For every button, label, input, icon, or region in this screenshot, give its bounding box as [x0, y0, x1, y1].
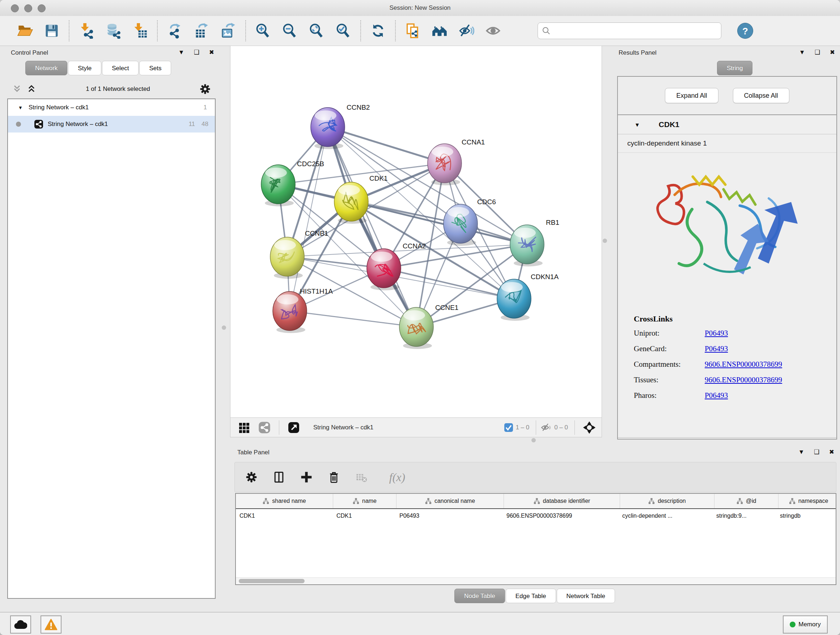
- gear-icon[interactable]: [199, 83, 211, 95]
- tab-edge-table[interactable]: Edge Table: [506, 589, 556, 603]
- import-table-button[interactable]: [132, 22, 148, 39]
- table-panel-close-icon[interactable]: ✖: [829, 448, 834, 456]
- grid-view-icon[interactable]: [237, 420, 251, 435]
- results-panel-close-icon[interactable]: ✖: [830, 49, 835, 56]
- delete-table-icon[interactable]: [354, 469, 369, 485]
- export-table-button[interactable]: [193, 22, 210, 39]
- column-header-@id[interactable]: @id: [714, 494, 778, 508]
- warnings-button[interactable]: [41, 616, 62, 633]
- results-panel-float-icon[interactable]: ❑: [815, 49, 820, 56]
- search-field[interactable]: [538, 22, 722, 39]
- open-in-new-window-icon[interactable]: [286, 420, 301, 435]
- network-edge[interactable]: [384, 268, 514, 299]
- control-panel-float-icon[interactable]: ❑: [194, 49, 199, 56]
- network-node-ccne1[interactable]: CCNE1: [399, 304, 458, 349]
- right-splitter-handle[interactable]: [603, 239, 607, 243]
- export-image-button[interactable]: [220, 22, 237, 39]
- tab-select[interactable]: Select: [102, 61, 139, 75]
- zoom-fit-button[interactable]: [308, 22, 325, 39]
- show-button[interactable]: [485, 22, 501, 39]
- show-columns-icon[interactable]: [271, 469, 287, 485]
- string-view-icon[interactable]: [257, 420, 272, 435]
- left-splitter-handle[interactable]: [222, 325, 226, 330]
- search-input[interactable]: [551, 27, 717, 35]
- save-session-button[interactable]: [43, 22, 60, 39]
- control-panel-menu-icon[interactable]: ▼: [178, 49, 185, 56]
- table-horizontal-scrollbar[interactable]: [236, 578, 836, 584]
- network-node-rb1[interactable]: RB1: [510, 219, 559, 266]
- network-node-ccnb2[interactable]: CCNB2: [311, 103, 370, 149]
- column-header-name[interactable]: name: [333, 494, 396, 508]
- cloud-button[interactable]: [10, 616, 31, 633]
- table-cell[interactable]: CDK1: [236, 509, 333, 524]
- network-edge[interactable]: [328, 127, 445, 163]
- import-network-from-database-button[interactable]: [105, 22, 122, 39]
- crosslink-link[interactable]: 9606.ENSP00000378699: [705, 375, 782, 385]
- hidden-eye-icon[interactable]: [540, 422, 552, 433]
- gene-header-row[interactable]: ▼ CDK1: [618, 115, 836, 134]
- network-edge[interactable]: [290, 311, 416, 327]
- import-network-button[interactable]: [78, 22, 95, 39]
- network-canvas[interactable]: CCNB2CCNA1CDC25BCDK1CDC6RB1CCNB1CCNA2CDK…: [231, 46, 602, 417]
- network-node-ccna1[interactable]: CCNA1: [428, 138, 485, 185]
- network-node-cdk1[interactable]: CDK1: [334, 174, 388, 224]
- tab-node-table[interactable]: Node Table: [454, 589, 505, 603]
- collapse-all-button[interactable]: Collapse All: [733, 88, 789, 103]
- function-builder-icon[interactable]: f(x): [381, 469, 414, 485]
- zoom-selected-button[interactable]: [335, 22, 352, 39]
- clone-network-button[interactable]: [404, 22, 421, 39]
- control-panel-close-icon[interactable]: ✖: [209, 49, 214, 56]
- string-settings-button[interactable]: [431, 22, 448, 39]
- table-cell[interactable]: 9606.ENSP00000378699: [503, 509, 619, 524]
- gene-collapse-triangle-icon[interactable]: ▼: [635, 122, 640, 128]
- crosslink-link[interactable]: 9606.ENSP00000378699: [705, 360, 782, 369]
- column-header-canonical-name[interactable]: canonical name: [396, 494, 504, 508]
- zoom-out-button[interactable]: [281, 22, 298, 39]
- crosslink-link[interactable]: P06493: [705, 344, 728, 353]
- table-panel-menu-icon[interactable]: ▼: [798, 448, 805, 456]
- network-collection-row[interactable]: ▼ String Network – cdk1 1: [8, 99, 215, 116]
- tab-style[interactable]: Style: [68, 61, 101, 75]
- scrollbar-thumb[interactable]: [239, 579, 305, 583]
- apply-layout-button[interactable]: [370, 22, 386, 39]
- table-row[interactable]: CDK1CDK1P064939606.ENSP00000378699cyclin…: [236, 509, 836, 524]
- tab-sets[interactable]: Sets: [139, 61, 171, 75]
- table-cell[interactable]: CDK1: [333, 509, 396, 524]
- help-button[interactable]: ?: [737, 23, 753, 39]
- tab-string[interactable]: String: [717, 61, 752, 75]
- network-node-ccnb1[interactable]: CCNB1: [270, 230, 328, 279]
- results-panel-menu-icon[interactable]: ▼: [799, 49, 805, 56]
- bottom-splitter-handle[interactable]: [531, 438, 536, 442]
- hide-unhide-button[interactable]: [458, 22, 475, 39]
- delete-column-trash-icon[interactable]: [326, 469, 342, 485]
- crosslink-link[interactable]: P06493: [705, 329, 728, 338]
- column-header-namespace[interactable]: namespace: [778, 494, 836, 508]
- crosslink-link[interactable]: P06493: [705, 391, 728, 400]
- collapse-triangle-icon[interactable]: ▼: [18, 105, 23, 111]
- column-header-description[interactable]: description: [620, 494, 714, 508]
- table-cell[interactable]: stringdb: [776, 509, 836, 524]
- tab-network-table[interactable]: Network Table: [557, 589, 615, 603]
- network-edge[interactable]: [328, 127, 416, 327]
- create-column-plus-icon[interactable]: [298, 469, 314, 485]
- zoom-in-button[interactable]: [255, 22, 271, 39]
- column-header-database-identifier[interactable]: database identifier: [504, 494, 620, 508]
- tab-network[interactable]: Network: [25, 61, 67, 75]
- column-header-shared-name[interactable]: shared name: [236, 494, 333, 508]
- collapse-all-chevrons-icon[interactable]: [11, 84, 22, 95]
- open-session-button[interactable]: [17, 22, 33, 39]
- table-cell[interactable]: stringdb:9...: [713, 509, 776, 524]
- birds-eye-icon[interactable]: [582, 420, 597, 435]
- memory-button[interactable]: Memory: [783, 616, 828, 633]
- table-cell[interactable]: P06493: [396, 509, 503, 524]
- table-settings-gear-icon[interactable]: [243, 469, 259, 485]
- table-panel-float-icon[interactable]: ❑: [814, 448, 819, 456]
- selected-checkbox-icon[interactable]: [504, 423, 513, 432]
- expand-all-chevrons-icon[interactable]: [26, 84, 37, 95]
- expand-all-button[interactable]: Expand All: [665, 88, 718, 103]
- network-node-cdkn1a[interactable]: CDKN1A: [497, 273, 559, 321]
- network-row[interactable]: String Network – cdk1 11 48: [8, 116, 215, 133]
- export-network-button[interactable]: [166, 22, 183, 39]
- network-node-hist1h1a[interactable]: HIST1H1A: [273, 287, 333, 333]
- table-cell[interactable]: cyclin-dependent ...: [619, 509, 713, 524]
